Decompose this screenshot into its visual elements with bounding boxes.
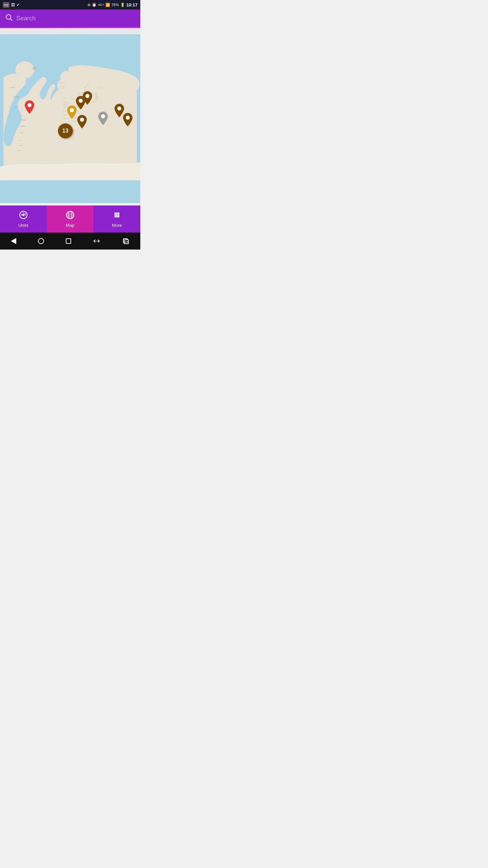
svg-point-75 [116, 214, 118, 216]
android-collapse-button[interactable] [93, 237, 100, 245]
nav-map-label: Map [66, 223, 74, 228]
svg-point-71 [115, 212, 116, 214]
svg-point-51 [27, 103, 32, 107]
battery-icon: 🔋 [120, 3, 125, 7]
grid-icon [113, 211, 121, 221]
svg-text:Malagasikara: Malagasikara [72, 121, 77, 122]
svg-text:Sverige: Sverige [84, 86, 87, 87]
android-nav-bar: 1/2 [0, 233, 140, 250]
svg-text:Tchad: Tchad [63, 97, 66, 98]
svg-text:Maroc: Maroc [61, 85, 63, 86]
svg-text:Venezuela: Venezuela [21, 119, 26, 121]
search-bar [0, 9, 140, 27]
svg-text:République: République [63, 104, 68, 105]
nav-item-units[interactable]: Units [0, 205, 47, 233]
svg-text:中国: 中国 [95, 94, 97, 95]
svg-text:CONGO: CONGO [62, 87, 65, 88]
mi-icon: mi [3, 2, 9, 8]
svg-text:Indonesia: Indonesia [93, 102, 97, 103]
svg-text:Paraguay: Paraguay [19, 145, 23, 146]
svg-point-78 [116, 216, 118, 217]
svg-point-72 [116, 212, 118, 214]
dashboard-icon [19, 211, 28, 221]
globe-icon [66, 211, 75, 221]
svg-text:Suomi: Suomi [84, 88, 86, 90]
nav-more-label: More [112, 223, 122, 228]
nav-item-more[interactable]: More [94, 205, 140, 233]
svg-point-54 [85, 94, 89, 98]
svg-point-55 [80, 118, 84, 122]
svg-text:Brasil: Brasil [20, 132, 23, 134]
svg-point-58 [126, 116, 130, 120]
svg-point-63 [21, 214, 22, 215]
svg-text:México: México [14, 106, 17, 108]
android-recents-button[interactable] [66, 238, 71, 244]
time-display: 10:17 [126, 2, 138, 7]
svg-point-57 [101, 114, 105, 118]
map-container[interactable]: Canada United States México Venezuela Co… [0, 34, 140, 203]
download-icon: ✔ [17, 3, 20, 7]
pin-gray[interactable] [98, 112, 108, 125]
svg-text:Canada: Canada [11, 87, 14, 88]
svg-text:Iceland: Iceland [86, 84, 89, 85]
svg-point-0 [6, 15, 11, 19]
search-input[interactable] [16, 15, 136, 22]
search-icon [5, 13, 13, 23]
pin-red[interactable] [25, 100, 34, 114]
status-left-icons: mi 🖼 ✔ [3, 2, 20, 8]
svg-text:United States: United States [13, 96, 20, 98]
svg-text:du Congo: du Congo [63, 107, 67, 108]
svg-text:Malaysia: Malaysia [95, 99, 99, 100]
svg-text:United Kingdom: United Kingdom [59, 82, 65, 83]
svg-text:Россия: Россия [98, 87, 101, 88]
svg-text:Nunaat: Nunaat [32, 68, 36, 70]
svg-line-1 [11, 19, 13, 21]
network-icon: 4G+ [98, 3, 104, 6]
svg-text:Colombia: Colombia [21, 125, 25, 127]
svg-text:Bolivia: Bolivia [19, 140, 21, 141]
gallery-icon: 🖼 [11, 3, 15, 7]
cluster-count[interactable]: 13 [58, 123, 73, 138]
nav-units-label: Units [18, 223, 28, 228]
svg-text:Angola: Angola [63, 111, 66, 112]
bottom-nav: Units Map [0, 205, 140, 233]
svg-point-56 [117, 106, 121, 111]
svg-text:France: France [77, 94, 80, 95]
svg-text:Kôdodougou: Kôdodougou [64, 102, 69, 103]
svg-text:Namibia: Namibia [64, 114, 67, 115]
status-bar: mi 🖼 ✔ ⊛ ⏰ 4G+ 📶 76% 🔋 10:17 [0, 0, 140, 9]
battery-percent: 76% [111, 3, 119, 7]
svg-point-76 [118, 214, 120, 216]
bluetooth-icon: ⊛ [87, 3, 90, 7]
signal-icon: 📶 [105, 3, 110, 7]
pin-cluster-13[interactable]: 13 [58, 123, 73, 138]
android-back-button[interactable] [11, 238, 16, 244]
svg-text:Türkiye: Türkiye [72, 98, 75, 99]
pin-yellow[interactable] [67, 105, 77, 119]
svg-point-65 [23, 212, 24, 213]
svg-text:Mali: Mali [61, 93, 62, 94]
status-right-icons: ⊛ ⏰ 4G+ 📶 76% 🔋 10:17 [87, 2, 138, 7]
svg-point-52 [70, 108, 74, 112]
pin-brown-4[interactable] [115, 104, 124, 117]
gray-spacer [0, 28, 140, 34]
alarm-icon: ⏰ [92, 3, 97, 7]
svg-text:Kalaallit: Kalaallit [32, 67, 36, 68]
svg-point-73 [118, 212, 120, 214]
android-split-button[interactable]: 1/2 [122, 237, 129, 245]
pin-brown-3[interactable] [77, 115, 87, 129]
svg-point-79 [118, 216, 120, 217]
svg-point-64 [25, 214, 26, 215]
svg-point-53 [79, 99, 83, 103]
svg-text:Deutschland: Deutschland [78, 92, 83, 93]
android-home-button[interactable] [38, 238, 44, 244]
svg-point-74 [115, 214, 116, 216]
nav-item-map[interactable]: Map [47, 205, 94, 233]
pin-brown-5[interactable] [123, 113, 133, 126]
svg-text:Argentina: Argentina [17, 150, 21, 151]
pin-brown-2[interactable] [83, 91, 92, 105]
svg-point-77 [115, 216, 116, 217]
